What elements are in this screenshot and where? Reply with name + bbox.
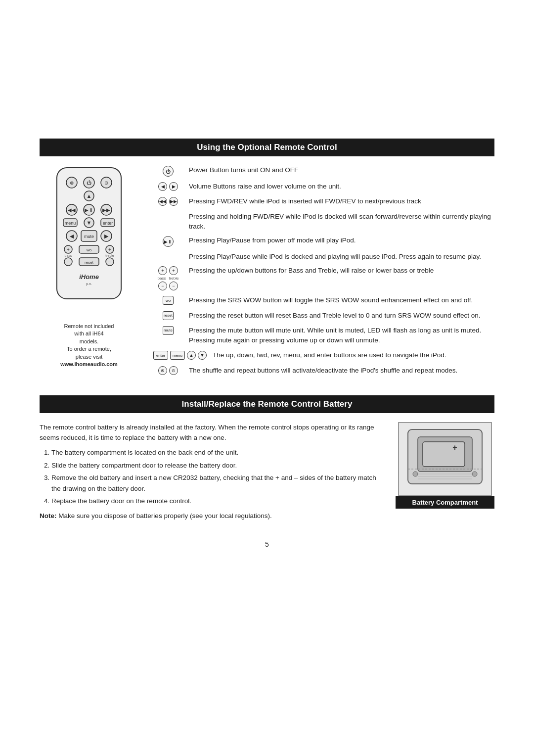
rew-icon: ◀◀ [158, 197, 167, 206]
page-number: 5 [40, 540, 494, 548]
enter-icon: enter [153, 351, 168, 360]
install-step-2: Slide the battery compartment door to re… [51, 460, 386, 471]
treble-up-icon: + [169, 266, 178, 275]
nav-icon-group: enter menu ▲ ▼ [153, 350, 207, 360]
play-pause-desc-text: Pressing Play/Pause from power off mode … [189, 236, 494, 245]
svg-text:iHome: iHome [79, 273, 99, 281]
srs-wow-desc-row: wo Pressing the SRS WOW button will togg… [153, 295, 494, 305]
menu-icon: menu [170, 351, 185, 360]
svg-text:+: + [108, 247, 111, 252]
install-steps-list: The battery compartment is located on th… [51, 447, 386, 507]
svg-text:wo: wo [86, 248, 92, 252]
fwd-icon: ▶▶ [169, 197, 178, 206]
install-intro: The remote control battery is already in… [40, 422, 386, 443]
power-btn-icon: ⏻ [163, 166, 174, 177]
note-label: Note: [40, 512, 57, 520]
install-text-col: The remote control battery is already in… [40, 422, 386, 525]
treble-label: treble [169, 276, 178, 281]
shuffle-repeat-icon-group: ⊗ ⊙ [153, 366, 183, 375]
power-desc-row: ⏻ Power Button turns unit ON and OFF [153, 165, 494, 177]
remote-svg: ⊗ ⏻ ⊙ ▲ ◀◀ ▶⏸ [49, 165, 129, 319]
mute-icon-group: mute [153, 326, 183, 335]
svg-rect-45 [423, 442, 465, 467]
fwd-rev-desc-text: Pressing FWD/REV while iPod is inserted … [189, 196, 494, 206]
install-section: Install/Replace the Remote Control Batte… [40, 395, 494, 525]
svg-text:−: − [108, 259, 111, 265]
reset-icon-group: reset [153, 311, 183, 320]
install-note: Note: Make sure you dispose of batteries… [40, 511, 386, 521]
remote-section-header: Using the Optional Remote Control [40, 139, 494, 156]
top-margin [40, 30, 494, 139]
volume-desc-row: ◀ ▶ Volume Buttons raise and lower volum… [153, 182, 494, 191]
install-step-4: Replace the battery door on the remote c… [51, 496, 386, 507]
remote-drawing: ⊗ ⏻ ⊙ ▲ ◀◀ ▶⏸ [40, 165, 138, 368]
remote-image-column: ⊗ ⏻ ⊙ ▲ ◀◀ ▶⏸ [40, 165, 138, 380]
install-section-body: The remote control battery is already in… [40, 422, 494, 525]
svg-point-48 [413, 472, 418, 476]
svg-text:▼: ▼ [87, 220, 92, 226]
note-text: Make sure you dispose of batteries prope… [58, 512, 271, 520]
battery-svg: + [403, 425, 487, 494]
remote-note: Remote not included with all iH64 models… [60, 323, 118, 368]
svg-text:menu: menu [65, 221, 76, 226]
up-arrow-icon: ▲ [187, 351, 196, 360]
fwd-rev-icon-group: ◀◀ ▶▶ [153, 196, 183, 206]
battery-image-column: + Battery Compartment [396, 422, 494, 525]
svg-text:enter: enter [103, 221, 113, 226]
bass-treble-desc-text: Pressing the up/down buttons for Bass an… [189, 266, 494, 276]
svg-text:mute: mute [84, 234, 94, 239]
svg-text:bass: bass [65, 254, 72, 257]
svg-text:+: + [67, 247, 70, 252]
reset-desc-row: reset Pressing the reset button will res… [153, 311, 494, 321]
power-desc-text: Power Button turns unit ON and OFF [189, 165, 494, 175]
page: Using the Optional Remote Control ⊗ ⏻ [0, 0, 534, 756]
svg-text:treble: treble [105, 254, 114, 257]
mute-desc-row: mute Pressing the mute button will mute … [153, 326, 494, 346]
down-arrow-icon: ▼ [198, 351, 207, 360]
nav-desc-row: enter menu ▲ ▼ The up, down, fwd, rev, m… [153, 350, 494, 360]
nav-desc-text: The up, down, fwd, rev, menu, and enter … [213, 350, 494, 360]
shuffle-repeat-desc-text: The shuffle and repeat buttons will acti… [189, 366, 494, 376]
repeat-icon: ⊙ [169, 366, 178, 375]
vol-down-icon: ◀ [158, 182, 167, 191]
volume-icon-group: ◀ ▶ [153, 182, 183, 191]
power-icon-group: ⏻ [153, 165, 183, 177]
treble-down-icon: − [169, 282, 178, 290]
remote-descriptions: ⏻ Power Button turns unit ON and OFF ◀ ▶… [153, 165, 494, 380]
svg-text:⏻: ⏻ [87, 180, 91, 186]
reset-desc-text: Pressing the reset button will reset Bas… [189, 311, 494, 321]
install-section-header: Install/Replace the Remote Control Batte… [40, 395, 494, 413]
battery-compartment-label: Battery Compartment [396, 496, 494, 509]
srs-wow-icon-group: wo [153, 295, 183, 305]
svg-text:▲: ▲ [87, 193, 92, 199]
srs-wow-icon: wo [163, 296, 174, 305]
shuffle-repeat-desc-row: ⊗ ⊙ The shuffle and repeat buttons will … [153, 366, 494, 376]
svg-text:⊙: ⊙ [104, 180, 108, 186]
bass-treble-icon-group: + + bass treble − − [153, 266, 183, 290]
install-step-3: Remove the old battery and insert a new … [51, 472, 386, 494]
svg-text:◀◀: ◀◀ [68, 207, 76, 213]
bass-label: bass [158, 276, 166, 281]
play-pause-icon: ▶⏸ [163, 236, 174, 247]
play-pause-desc-row: ▶⏸ Pressing Play/Pause from power off mo… [153, 236, 494, 247]
bass-treble-desc-row: + + bass treble − − Pressing the up/d [153, 266, 494, 290]
svg-text:▶▶: ▶▶ [102, 207, 110, 213]
remote-section-body: ⊗ ⏻ ⊙ ▲ ◀◀ ▶⏸ [40, 165, 494, 380]
svg-text:▶: ▶ [104, 233, 109, 239]
battery-compartment-image: + [398, 422, 492, 496]
volume-desc-text: Volume Buttons raise and lower volume on… [189, 182, 494, 191]
svg-text:+: + [452, 443, 457, 452]
svg-text:⊗: ⊗ [70, 180, 74, 186]
svg-text:p.n.: p.n. [86, 282, 92, 286]
play-pause-icon-group: ▶⏸ [153, 236, 183, 247]
shuffle-icon: ⊗ [158, 366, 167, 375]
srs-wow-desc-text: Pressing the SRS WOW button will toggle … [189, 295, 494, 305]
reset-icon: reset [163, 311, 174, 320]
mute-icon: mute [163, 326, 174, 335]
svg-text:−: − [67, 259, 70, 265]
svg-point-49 [472, 472, 477, 476]
fwd-rev-note-text: Pressing and holding FWD/REV while iPod … [189, 212, 494, 232]
play-pause-note-text: Pressing Play/Pause while iPod is docked… [189, 252, 494, 262]
svg-text:◀: ◀ [70, 233, 74, 239]
bass-down-icon: − [158, 282, 167, 290]
